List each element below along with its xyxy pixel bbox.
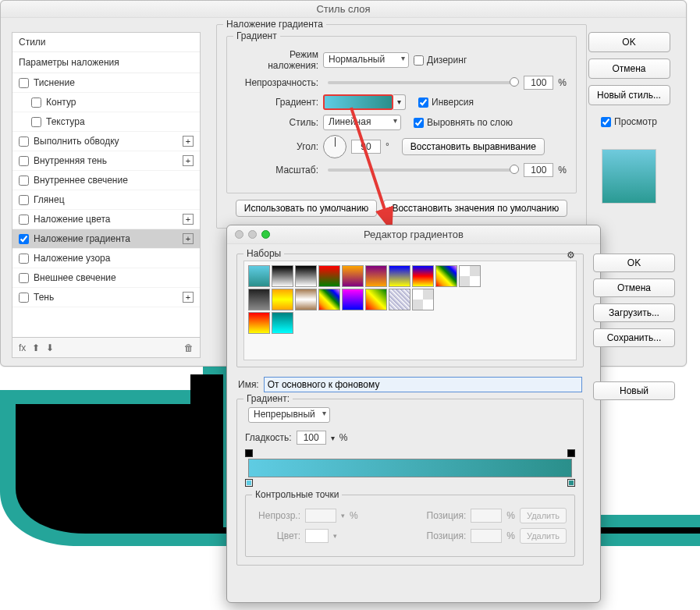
style-item-10[interactable]: Внешнее свечение	[12, 268, 200, 288]
add-effect-icon[interactable]: +	[183, 233, 194, 244]
angle-value[interactable]: 90	[351, 140, 381, 154]
add-effect-icon[interactable]: +	[183, 155, 194, 166]
preset-swatch[interactable]	[365, 265, 387, 287]
preset-swatch[interactable]	[272, 289, 293, 310]
color-stop[interactable]	[245, 479, 253, 487]
style-checkbox[interactable]	[19, 273, 29, 283]
style-item-1[interactable]: Контур	[12, 93, 200, 112]
ge-cancel-button[interactable]: Отмена	[593, 278, 675, 297]
stop-position-label: Позиция:	[427, 510, 467, 521]
gear-icon[interactable]: ⚙︎	[567, 250, 575, 261]
style-checkbox[interactable]	[19, 78, 29, 88]
style-item-3[interactable]: Выполнить обводку+	[12, 132, 200, 151]
trash-icon[interactable]: 🗑	[184, 342, 194, 353]
style-checkbox[interactable]	[19, 293, 29, 303]
gradient-dropdown-icon[interactable]: ▾	[393, 94, 406, 110]
preset-swatch[interactable]	[412, 289, 434, 310]
add-effect-icon[interactable]: +	[183, 214, 194, 225]
ge-ok-button[interactable]: OK	[593, 254, 675, 272]
style-checkbox[interactable]	[19, 156, 29, 166]
style-label: Внешнее свечение	[34, 272, 116, 283]
color-stop[interactable]	[567, 479, 575, 487]
opacity-stop[interactable]	[245, 449, 253, 457]
scale-value[interactable]: 100	[524, 163, 553, 177]
reset-alignment-button[interactable]: Восстановить выравнивание	[402, 138, 545, 155]
opacity-slider[interactable]	[328, 81, 514, 84]
preset-swatch[interactable]	[295, 265, 317, 287]
arrow-up-icon[interactable]: ⬆	[32, 342, 40, 353]
fx-label[interactable]: fx	[19, 342, 26, 353]
invert-checkbox[interactable]: Инверсия	[418, 97, 474, 108]
preset-swatch[interactable]	[389, 265, 410, 287]
blend-mode-select[interactable]: Нормальный	[323, 52, 409, 68]
style-item-6[interactable]: Глянец	[12, 190, 200, 210]
ge-titlebar: Редактор градиентов	[227, 225, 600, 244]
style-label: Внутреннее свечение	[34, 175, 128, 186]
traffic-zoom-icon[interactable]	[261, 230, 270, 239]
make-default-button[interactable]: Использовать по умолчанию	[236, 200, 378, 217]
preset-swatch[interactable]	[295, 289, 317, 310]
style-item-9[interactable]: Наложение узора	[12, 249, 200, 268]
blending-options[interactable]: Параметры наложения	[12, 52, 200, 73]
style-item-2[interactable]: Текстура	[12, 112, 200, 132]
opacity-stop[interactable]	[567, 449, 575, 457]
stop-opacity-label: Непрозр.:	[254, 510, 300, 521]
angle-dial[interactable]	[323, 135, 346, 158]
gradient-swatch[interactable]	[323, 94, 393, 110]
add-effect-icon[interactable]: +	[183, 136, 194, 147]
scale-slider[interactable]	[328, 168, 514, 172]
gradient-bar[interactable]	[248, 459, 572, 477]
style-item-7[interactable]: Наложение цвета+	[12, 210, 200, 229]
scale-label: Масштаб:	[236, 165, 318, 176]
traffic-min-icon[interactable]	[248, 230, 257, 239]
style-item-8[interactable]: Наложение градиента+	[12, 229, 200, 249]
preset-swatch[interactable]	[248, 289, 270, 310]
style-checkbox[interactable]	[19, 234, 29, 244]
style-item-5[interactable]: Внутреннее свечение	[12, 171, 200, 190]
style-checkbox[interactable]	[19, 215, 29, 225]
style-item-11[interactable]: Тень+	[12, 288, 200, 307]
preset-swatch[interactable]	[248, 312, 270, 334]
style-item-4[interactable]: Внутренняя тень+	[12, 151, 200, 171]
style-select[interactable]: Линейная	[323, 115, 401, 130]
preset-swatch[interactable]	[318, 289, 340, 310]
style-checkbox[interactable]	[31, 98, 41, 108]
preview-checkbox[interactable]: Просмотр	[601, 116, 657, 127]
preset-grid[interactable]	[243, 261, 577, 360]
style-checkbox[interactable]	[19, 176, 29, 186]
preset-swatch[interactable]	[365, 289, 387, 310]
preset-swatch[interactable]	[342, 265, 364, 287]
dither-checkbox[interactable]: Дизеринг	[414, 55, 467, 66]
preset-swatch[interactable]	[459, 265, 481, 287]
add-effect-icon[interactable]: +	[183, 292, 194, 303]
arrow-down-icon[interactable]: ⬇	[46, 342, 54, 353]
preset-swatch[interactable]	[342, 289, 364, 310]
style-checkbox[interactable]	[19, 137, 29, 147]
ok-button[interactable]: OK	[588, 32, 670, 52]
opacity-value[interactable]: 100	[524, 76, 553, 90]
preset-swatch[interactable]	[435, 265, 457, 287]
style-item-0[interactable]: Тиснение	[12, 73, 200, 93]
preset-swatch[interactable]	[248, 265, 270, 287]
align-checkbox[interactable]: Выровнять по слою	[414, 117, 513, 128]
style-checkbox[interactable]	[31, 117, 41, 127]
new-style-button[interactable]: Новый стиль...	[588, 85, 670, 105]
stop-position-label2: Позиция:	[427, 530, 467, 541]
name-input[interactable]	[264, 377, 582, 392]
smoothness-value[interactable]: 100	[297, 431, 326, 445]
ge-save-button[interactable]: Сохранить...	[593, 328, 675, 347]
ge-load-button[interactable]: Загрузить...	[593, 303, 675, 322]
gradient-type-select[interactable]: Непрерывный	[248, 407, 330, 423]
ge-new-button[interactable]: Новый	[593, 381, 675, 400]
cancel-button[interactable]: Отмена	[588, 59, 670, 79]
preset-swatch[interactable]	[272, 265, 293, 287]
preset-swatch[interactable]	[272, 312, 293, 334]
style-checkbox[interactable]	[19, 254, 29, 264]
preset-swatch[interactable]	[389, 289, 410, 310]
style-checkbox[interactable]	[19, 195, 29, 205]
reset-default-button[interactable]: Восстановить значения по умолчанию	[383, 200, 567, 217]
preset-swatch[interactable]	[318, 265, 340, 287]
preset-swatch[interactable]	[412, 265, 434, 287]
stop-color-label: Цвет:	[254, 530, 300, 541]
traffic-close-icon[interactable]	[235, 230, 243, 239]
